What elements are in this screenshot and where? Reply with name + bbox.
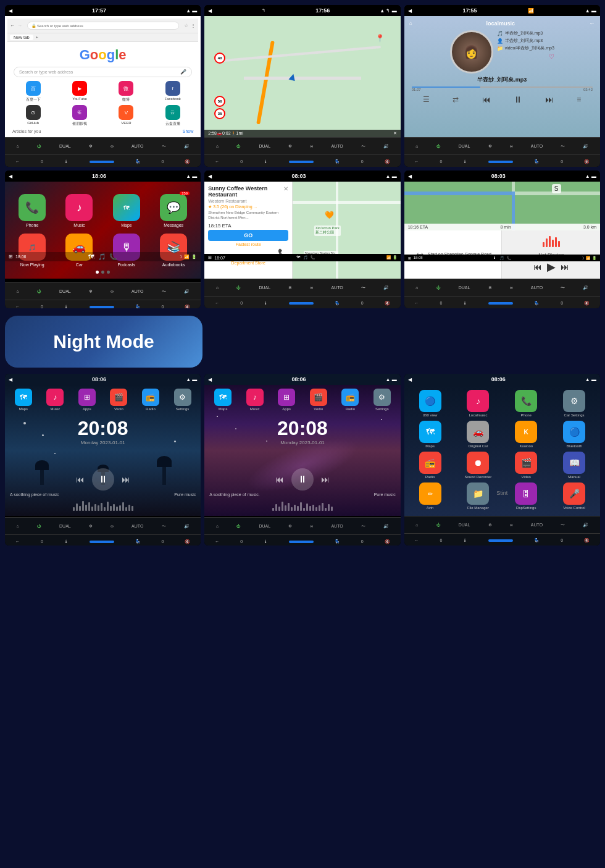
cp-audiobooks[interactable]: 📚 Audiobooks (152, 234, 194, 267)
mc-prev[interactable]: ⏮ (533, 262, 542, 272)
home-icon9[interactable]: ⌂ (216, 524, 219, 528)
app-phone[interactable]: 📞 Phone (504, 390, 548, 417)
snowflake-icon9[interactable]: ❄ (488, 523, 492, 528)
app-localmusic[interactable]: ♪ Localmusic (456, 390, 500, 417)
vol-icon7[interactable]: 🔊 (184, 524, 190, 529)
home-icon[interactable]: ⌂ (17, 144, 19, 148)
music-back-icon[interactable]: ◀ (408, 8, 412, 14)
shortcut-yunpan[interactable]: 云 云盘直播 (151, 105, 194, 127)
vol3-icon[interactable]: 🔇 (385, 159, 390, 164)
wave-icon5[interactable]: 〜 (361, 285, 365, 291)
shortcut-github[interactable]: G GitHub (11, 105, 55, 127)
link-icon2[interactable]: ∞ (310, 144, 313, 148)
snowflake-icon4[interactable]: ❄ (89, 289, 93, 294)
link-icon7[interactable]: ∞ (111, 524, 114, 528)
playlist-icon[interactable]: ☰ (423, 95, 430, 104)
music-icon3[interactable]: 🎵 (303, 255, 307, 260)
home-icon4[interactable]: ⌂ (415, 144, 418, 148)
vol10-icon[interactable]: 🔇 (584, 538, 590, 543)
wave-icon2[interactable]: 〜 (361, 143, 365, 150)
back6-icon[interactable]: ← (15, 305, 20, 308)
cp-car[interactable]: 🚗 Car (58, 234, 100, 267)
temp-icon6[interactable]: 🌡 (493, 256, 496, 260)
night2-pause[interactable]: ⏸ (291, 468, 314, 491)
night2-app-video[interactable]: 🎬 Vedio (310, 389, 327, 411)
back7-icon[interactable]: ← (215, 301, 219, 305)
dot-2[interactable] (101, 271, 104, 274)
night1-back-icon[interactable]: ◀ (9, 377, 12, 382)
shortcut-youtube[interactable]: ▶ YouTube (57, 81, 101, 103)
back-btn[interactable]: ← (10, 23, 15, 28)
app-voicecontrol[interactable]: 🎤 Voice Control (552, 482, 596, 510)
shortcut-facebook[interactable]: f Facebook (151, 81, 194, 103)
temp-icon2[interactable]: 🌡 (264, 159, 268, 164)
temp-icon10[interactable]: 🌡 (463, 538, 467, 542)
snowflake-icon2[interactable]: ❄ (288, 144, 292, 149)
mc-play[interactable]: ▶ (547, 260, 556, 274)
vol9-icon[interactable]: 🔇 (385, 539, 390, 544)
link-icon5[interactable]: ∞ (310, 285, 313, 290)
night2-app-maps[interactable]: 🗺 Maps (214, 389, 232, 411)
nav-back-icon[interactable]: ◀ (208, 8, 212, 14)
home-icon8[interactable]: ⌂ (17, 524, 19, 528)
vol-icon8[interactable]: 🔊 (383, 524, 389, 529)
night2-app-settings[interactable]: ⚙ Settings (373, 389, 391, 411)
app-originalcar[interactable]: 🚗 Original Car (456, 421, 500, 448)
song-item-1[interactable]: 半壶纱_刘珂矣.mp3 (505, 30, 543, 36)
app-radio2[interactable]: 📻 Radio (408, 452, 453, 479)
vol-icon2[interactable]: 🔊 (383, 144, 389, 149)
power-icon2[interactable]: ⏻ (236, 144, 241, 148)
shortcut-veer[interactable]: V VEER (104, 105, 148, 127)
night2-back-icon[interactable]: ◀ (208, 377, 212, 382)
vol8-icon[interactable]: 🔇 (185, 539, 190, 544)
dot-1[interactable] (96, 271, 99, 274)
cpnav-back-icon[interactable]: ◀ (408, 174, 412, 179)
temp-icon[interactable]: 🌡 (64, 159, 69, 164)
app-maps2[interactable]: 🗺 Maps (408, 421, 453, 448)
poi-close[interactable]: ✕ (283, 185, 288, 192)
night-app-radio[interactable]: 📻 Radio (142, 389, 159, 411)
app-manual[interactable]: 📖 Manual (552, 452, 596, 479)
power-icon8[interactable]: ⏻ (236, 524, 241, 528)
go-button[interactable]: GO (208, 230, 288, 241)
song-item-3[interactable]: video/半壶纱_刘珂矣.mp3 (505, 45, 554, 51)
back9-icon[interactable]: ← (15, 539, 20, 544)
close-icon[interactable]: ✕ (393, 131, 397, 136)
url-bar[interactable]: 🔒 Search or type web address (27, 22, 179, 30)
app-carsettings[interactable]: ⚙ Car Settings (552, 390, 596, 417)
power-icon5[interactable]: ⏻ (236, 285, 241, 290)
home-icon6[interactable]: ⌂ (216, 285, 219, 290)
back3-icon[interactable]: ← (215, 159, 219, 164)
temp-icon8[interactable]: 🌡 (64, 539, 69, 544)
wave-icon7[interactable]: 〜 (162, 523, 166, 529)
back10-icon[interactable]: ← (215, 539, 219, 544)
vol2-icon[interactable]: 🔇 (185, 159, 190, 164)
search-box[interactable]: Search or type web address 🎤 (14, 67, 192, 77)
home-icon7[interactable]: ⌂ (415, 285, 418, 290)
cp-music[interactable]: ♪ Music (58, 194, 100, 227)
cp-maps[interactable]: 🗺 Maps (106, 194, 148, 227)
night-app-apps[interactable]: ⊞ Apps (78, 389, 96, 411)
night3-back-icon[interactable]: ◀ (408, 377, 412, 382)
phone-icon3[interactable]: 📞 (507, 256, 511, 260)
snowflake-icon5[interactable]: ❄ (288, 285, 292, 290)
night-app-video[interactable]: 🎬 Vedio (110, 389, 127, 411)
temp-icon3[interactable]: 🌡 (463, 159, 467, 164)
cp-back-icon[interactable]: ◀ (9, 174, 12, 179)
app-kuwooo[interactable]: K Kuwooo (504, 421, 548, 448)
back2-icon[interactable]: ← (15, 159, 20, 164)
star-icon[interactable]: ☆ (184, 23, 188, 28)
back-icon[interactable]: ◀ (9, 8, 12, 14)
back8-icon[interactable]: ← (415, 301, 419, 305)
wave-icon3[interactable]: 〜 (561, 143, 565, 150)
wave-icon6[interactable]: 〜 (561, 285, 565, 291)
snowflake-icon6[interactable]: ❄ (488, 285, 492, 290)
app-dspsettings[interactable]: 🎛 DspSettings (504, 482, 548, 510)
app-video2[interactable]: 🎬 Video (504, 452, 548, 479)
next-icon[interactable]: ⏭ (545, 95, 554, 104)
mc-next[interactable]: ⏭ (561, 262, 569, 272)
power-icon7[interactable]: ⏻ (37, 524, 41, 528)
vol7-icon[interactable]: 🔇 (584, 301, 590, 306)
snowflake-icon[interactable]: ❄ (89, 144, 93, 149)
tab-label[interactable]: New tab (10, 35, 33, 40)
